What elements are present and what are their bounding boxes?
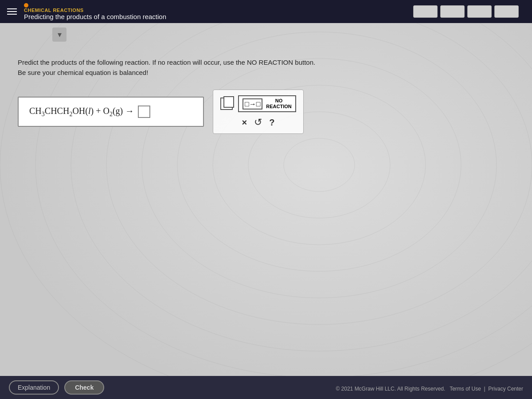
status-dot — [24, 3, 28, 8]
no-reaction-button[interactable]: □→□ NO REACTION — [238, 95, 296, 112]
equation-box: CH3CHCH2OH(l) + O2(g) → — [18, 97, 204, 127]
footer-text: © 2021 McGraw Hill LLC. All Rights Reser… — [336, 386, 523, 392]
page-title: Predicting the products of a combustion … — [24, 13, 166, 20]
clear-button[interactable]: × — [242, 117, 247, 128]
check-button[interactable]: Check — [64, 380, 104, 395]
privacy-link[interactable]: Privacy Center — [488, 386, 523, 392]
svg-point-0 — [284, 138, 355, 192]
terms-link[interactable]: Terms of Use — [450, 386, 481, 392]
collapse-button[interactable] — [52, 27, 66, 42]
progress-tab-4[interactable] — [494, 5, 519, 18]
progress-tabs — [413, 5, 519, 18]
instruction-line2: Be sure your chemical equation is balanc… — [18, 69, 514, 76]
help-button[interactable]: ? — [269, 117, 274, 128]
header-content: CHEMICAL REACTIONS Predicting the produc… — [24, 3, 166, 20]
category-label: CHEMICAL REACTIONS — [24, 8, 166, 13]
ripple-background — [0, 23, 532, 399]
no-reaction-label: NO REACTION — [266, 98, 291, 110]
controls-row-top: □→□ NO REACTION — [220, 95, 296, 112]
explanation-button[interactable]: Explanation — [9, 380, 59, 395]
copy-formula-icon[interactable] — [220, 98, 233, 110]
svg-point-7 — [35, 23, 532, 378]
svg-point-8 — [0, 23, 532, 399]
progress-tab-2[interactable] — [440, 5, 465, 18]
equation-container: CH3CHCH2OH(l) + O2(g) → □→□ NO REACTION … — [18, 90, 514, 134]
instructions-section: Predict the products of the following re… — [18, 59, 514, 76]
equation-text: CH3CHCH2OH(l) + O2(g) → — [29, 106, 150, 118]
controls-panel: □→□ NO REACTION × ↺ ? — [213, 90, 304, 134]
instruction-line1: Predict the products of the following re… — [18, 59, 514, 66]
main-content: Predict the products of the following re… — [0, 23, 532, 399]
undo-button[interactable]: ↺ — [254, 117, 262, 128]
controls-row-bottom: × ↺ ? — [220, 117, 296, 128]
bottom-bar: Explanation Check © 2021 McGraw Hill LLC… — [0, 376, 532, 399]
copyright-text: © 2021 McGraw Hill LLC. All Rights Reser… — [336, 386, 445, 392]
no-reaction-symbol: □→□ — [243, 98, 262, 110]
hamburger-menu[interactable] — [7, 8, 17, 15]
top-bar: CHEMICAL REACTIONS Predicting the produc… — [0, 0, 532, 23]
answer-input-box[interactable] — [138, 106, 150, 118]
progress-tab-1[interactable] — [413, 5, 438, 18]
progress-tab-3[interactable] — [467, 5, 492, 18]
